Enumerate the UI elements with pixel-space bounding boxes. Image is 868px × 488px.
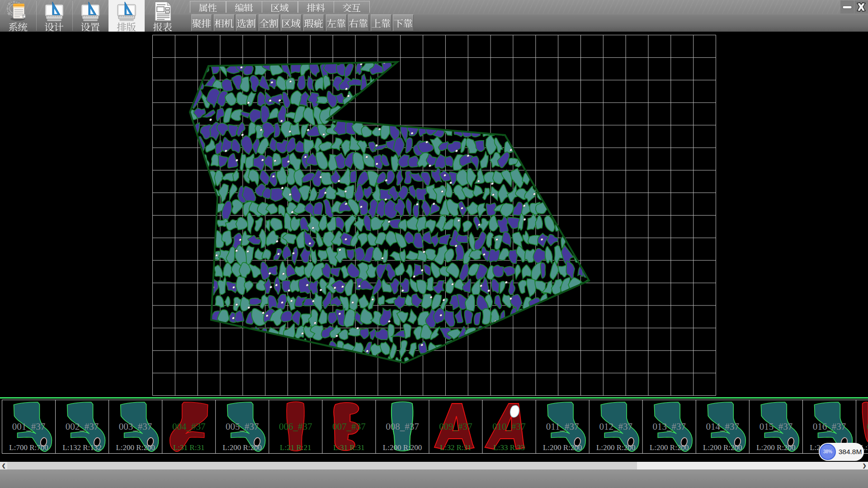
svg-text:L:132 R:132: L:132 R:132 — [62, 443, 101, 452]
svg-text:L:32 R:31: L:32 R:31 — [440, 443, 471, 452]
svg-text:014_#37: 014_#37 — [706, 421, 740, 432]
svg-text:013_#37: 013_#37 — [652, 421, 686, 432]
svg-text:L:700 R:700: L:700 R:700 — [9, 443, 48, 452]
svg-text:004_#37: 004_#37 — [172, 421, 206, 432]
svg-text:008_#37: 008_#37 — [386, 421, 419, 432]
svg-text:015_#37: 015_#37 — [760, 421, 793, 432]
svg-text:L:200 R:200: L:200 R:200 — [116, 443, 155, 452]
svg-text:009_#37: 009_#37 — [439, 421, 472, 432]
svg-text:L:200 R:200: L:200 R:200 — [650, 443, 689, 452]
svg-text:007_#37: 007_#37 — [332, 421, 366, 432]
svg-text:005_#37: 005_#37 — [226, 421, 259, 432]
svg-text:016_#37: 016_#37 — [813, 421, 846, 432]
svg-text:L:200 R:200: L:200 R:200 — [596, 443, 635, 452]
svg-text:003_#37: 003_#37 — [119, 421, 152, 432]
svg-text:L:21 R:21: L:21 R:21 — [280, 443, 311, 452]
svg-text:012_#37: 012_#37 — [599, 421, 632, 432]
svg-text:006_#37: 006_#37 — [279, 421, 312, 432]
svg-text:010_#37: 010_#37 — [492, 421, 526, 432]
svg-text:L:200 R:200: L:200 R:200 — [703, 443, 742, 452]
svg-text:011_#37: 011_#37 — [546, 421, 579, 432]
svg-text:L:200 R:200: L:200 R:200 — [543, 443, 582, 452]
svg-text:001_#37: 001_#37 — [12, 421, 46, 432]
svg-text:L:200 R:200: L:200 R:200 — [383, 443, 422, 452]
svg-text:L:31 R:31: L:31 R:31 — [173, 443, 204, 452]
svg-text:L:200 R:200: L:200 R:200 — [223, 443, 262, 452]
svg-text:002_#37: 002_#37 — [66, 421, 99, 432]
svg-text:L:200 R:200: L:200 R:200 — [756, 443, 795, 452]
svg-text:L:31 R:31: L:31 R:31 — [333, 443, 364, 452]
svg-text:L:33 R:33: L:33 R:33 — [493, 443, 524, 452]
